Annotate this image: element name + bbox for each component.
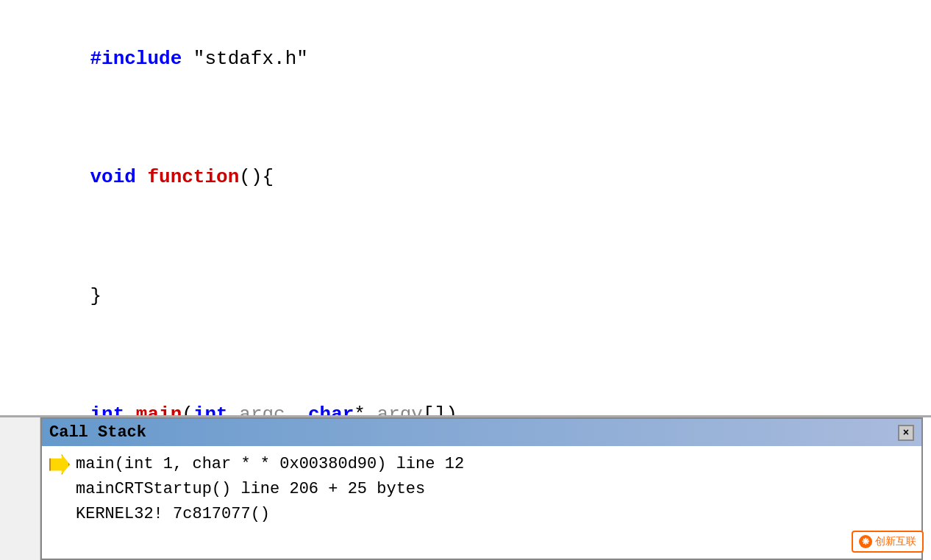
- code-line-blank1: [44, 104, 931, 133]
- brand-icon: ❋: [859, 535, 872, 548]
- call-stack-title: Call Stack: [49, 423, 146, 442]
- include-file: "stdafx.h": [182, 48, 308, 70]
- brand-text: 创新互联: [875, 535, 916, 548]
- call-stack-header: Call Stack ×: [42, 419, 921, 446]
- stack-row-1: main(int 1, char * * 0x00380d90) line 12: [49, 452, 914, 477]
- call-stack-close-button[interactable]: ×: [898, 425, 914, 441]
- code-line-close1: }: [44, 251, 931, 340]
- func-parens: (){: [239, 166, 274, 188]
- stack-row-2-text: mainCRTStartup() line 206 + 25 bytes: [76, 477, 425, 502]
- keyword-int-param: int: [193, 403, 228, 415]
- code-line-void-func: void function(){: [44, 133, 931, 222]
- keyword-int-main: int: [90, 403, 124, 415]
- code-line-include: #include "stdafx.h": [44, 15, 931, 104]
- code-line-main-sig: int main(int argc, char* argv[]): [44, 370, 931, 415]
- stack-row-3-text: KERNEL32! 7c817077(): [76, 502, 270, 527]
- stack-row-3: KERNEL32! 7c817077(): [49, 502, 914, 527]
- brand-badge: ❋ 创新互联: [852, 531, 924, 553]
- param-argc: argc: [228, 403, 285, 415]
- param-argv: argv: [377, 403, 423, 415]
- keyword-void: void: [90, 166, 135, 188]
- code-line-blank3: [44, 340, 931, 370]
- keyword-char: char: [308, 403, 354, 415]
- call-stack-panel: Call Stack × main(int 1, char * * 0x0038…: [40, 417, 923, 560]
- func-name-main: main: [136, 403, 182, 415]
- keyword-include: #include: [90, 48, 182, 70]
- callstack-gutter: [0, 417, 40, 560]
- stack-row-2: mainCRTStartup() line 206 + 25 bytes: [49, 477, 914, 502]
- func-name-function: function: [147, 166, 239, 188]
- stack-row-1-text: main(int 1, char * * 0x00380d90) line 12: [76, 452, 464, 477]
- stack-arrow-icon: [49, 454, 70, 475]
- code-editor: #include "stdafx.h" void function(){ } i…: [0, 0, 931, 415]
- call-stack-body: main(int 1, char * * 0x00380d90) line 12…: [42, 446, 921, 533]
- code-line-blank2: [44, 222, 931, 251]
